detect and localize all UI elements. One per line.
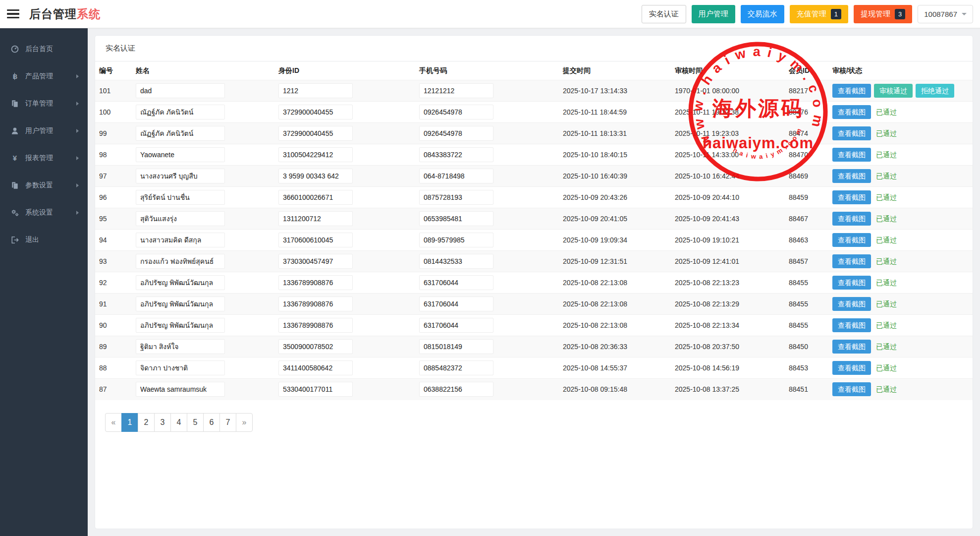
- idcard-input[interactable]: [278, 254, 353, 269]
- nav-button[interactable]: 用户管理: [692, 5, 735, 23]
- name-input[interactable]: [136, 105, 225, 119]
- idcard-input[interactable]: [278, 233, 353, 247]
- idcard-input[interactable]: [278, 190, 353, 205]
- sidebar-item[interactable]: 参数设置: [0, 172, 88, 199]
- idcard-input[interactable]: [278, 83, 353, 98]
- idcard-input[interactable]: [278, 147, 353, 162]
- pagination-page[interactable]: 4: [170, 413, 187, 432]
- phone-input[interactable]: [419, 233, 493, 247]
- pagination-page[interactable]: 6: [203, 413, 220, 432]
- phone-input[interactable]: [419, 275, 493, 290]
- passed-status-label: 已通过: [876, 364, 897, 372]
- idcard-input[interactable]: [278, 318, 353, 333]
- view-screenshot-button[interactable]: 查看截图: [832, 169, 871, 183]
- view-screenshot-button[interactable]: 查看截图: [832, 148, 871, 162]
- phone-input[interactable]: [419, 126, 493, 141]
- phone-input[interactable]: [419, 339, 493, 354]
- idcard-input[interactable]: [278, 126, 353, 141]
- app-title-accent: 系统: [77, 7, 101, 20]
- idcard-input[interactable]: [278, 382, 353, 397]
- name-input[interactable]: [136, 126, 225, 141]
- view-screenshot-button[interactable]: 查看截图: [832, 318, 871, 332]
- view-screenshot-button[interactable]: 查看截图: [832, 190, 871, 204]
- pagination-page[interactable]: 1: [121, 413, 138, 432]
- phone-input[interactable]: [419, 318, 493, 333]
- sidebar-item[interactable]: 后台首页: [0, 35, 88, 62]
- view-screenshot-button[interactable]: 查看截图: [832, 84, 871, 98]
- idcard-input[interactable]: [278, 275, 353, 290]
- name-input[interactable]: [136, 318, 225, 333]
- phone-input[interactable]: [419, 147, 493, 162]
- idcard-input[interactable]: [278, 105, 353, 119]
- phone-input[interactable]: [419, 211, 493, 226]
- pagination-next[interactable]: »: [236, 413, 253, 432]
- approve-button[interactable]: 审核通过: [874, 84, 913, 98]
- name-input[interactable]: [136, 382, 225, 397]
- idcard-input[interactable]: [278, 297, 353, 311]
- pagination-prev[interactable]: «: [105, 413, 122, 432]
- nav-button[interactable]: 提现管理3: [854, 5, 912, 23]
- idcard-input[interactable]: [278, 360, 353, 375]
- nav-button[interactable]: 充值管理1: [790, 5, 848, 23]
- actions-cell: 查看截图已通过: [828, 123, 973, 144]
- sidebar-item[interactable]: 退出: [0, 226, 88, 253]
- nav-button[interactable]: 实名认证: [642, 5, 686, 23]
- sidebar-item-label: 订单管理: [25, 99, 53, 108]
- row-number: 101: [95, 80, 132, 102]
- phone-input[interactable]: [419, 382, 493, 397]
- name-input[interactable]: [136, 254, 225, 269]
- sidebar-item[interactable]: ¥报表管理: [0, 144, 88, 172]
- name-input[interactable]: [136, 190, 225, 205]
- pagination-page[interactable]: 7: [219, 413, 236, 432]
- view-screenshot-button[interactable]: 查看截图: [832, 105, 871, 119]
- user-dropdown[interactable]: 10087867: [918, 5, 973, 23]
- idcard-input[interactable]: [278, 339, 353, 354]
- app-title-main: 后台管理: [29, 7, 77, 20]
- view-screenshot-button[interactable]: 查看截图: [832, 297, 871, 311]
- menu-icon[interactable]: [7, 9, 19, 18]
- view-screenshot-button[interactable]: 查看截图: [832, 254, 871, 268]
- name-input[interactable]: [136, 83, 225, 98]
- view-screenshot-button[interactable]: 查看截图: [832, 340, 871, 354]
- phone-input[interactable]: [419, 169, 493, 183]
- view-screenshot-button[interactable]: 查看截图: [832, 233, 871, 247]
- sidebar-item[interactable]: 订单管理: [0, 90, 88, 117]
- nav-button[interactable]: 交易流水: [741, 5, 784, 23]
- phone-input[interactable]: [419, 190, 493, 205]
- idcard-input[interactable]: [278, 211, 353, 226]
- actions-cell: 查看截图已通过: [828, 336, 973, 357]
- name-input[interactable]: [136, 211, 225, 226]
- phone-input[interactable]: [419, 297, 493, 311]
- view-screenshot-button[interactable]: 查看截图: [832, 361, 871, 375]
- view-screenshot-button[interactable]: 查看截图: [832, 382, 871, 396]
- pagination-page[interactable]: 5: [187, 413, 204, 432]
- pagination-page[interactable]: 2: [138, 413, 155, 432]
- submit-time: 2025-10-08 09:15:48: [559, 379, 671, 400]
- idcard-input[interactable]: [278, 169, 353, 183]
- reject-button[interactable]: 拒绝通过: [916, 84, 954, 98]
- sidebar-item[interactable]: 用户管理: [0, 117, 88, 144]
- name-input[interactable]: [136, 339, 225, 354]
- svg-text:B: B: [12, 72, 17, 80]
- name-input[interactable]: [136, 233, 225, 247]
- submit-time: 2025-10-08 20:36:33: [559, 336, 671, 357]
- phone-input[interactable]: [419, 360, 493, 375]
- name-input[interactable]: [136, 360, 225, 375]
- actions-cell: 查看截图已通过: [828, 315, 973, 336]
- actions-cell: 查看截图已通过: [828, 357, 973, 379]
- phone-input[interactable]: [419, 83, 493, 98]
- name-input[interactable]: [136, 169, 225, 183]
- pagination-page[interactable]: 3: [154, 413, 171, 432]
- view-screenshot-button[interactable]: 查看截图: [832, 276, 871, 290]
- phone-input[interactable]: [419, 105, 493, 119]
- passed-status-label: 已通过: [876, 300, 897, 308]
- phone-input[interactable]: [419, 254, 493, 269]
- sidebar-item[interactable]: B产品管理: [0, 62, 88, 90]
- table-row: 992025-10-11 18:13:312025-10-11 19:23:03…: [95, 123, 973, 144]
- name-input[interactable]: [136, 297, 225, 311]
- name-input[interactable]: [136, 147, 225, 162]
- name-input[interactable]: [136, 275, 225, 290]
- sidebar-item[interactable]: 系统设置: [0, 199, 88, 226]
- view-screenshot-button[interactable]: 查看截图: [832, 212, 871, 226]
- view-screenshot-button[interactable]: 查看截图: [832, 126, 871, 140]
